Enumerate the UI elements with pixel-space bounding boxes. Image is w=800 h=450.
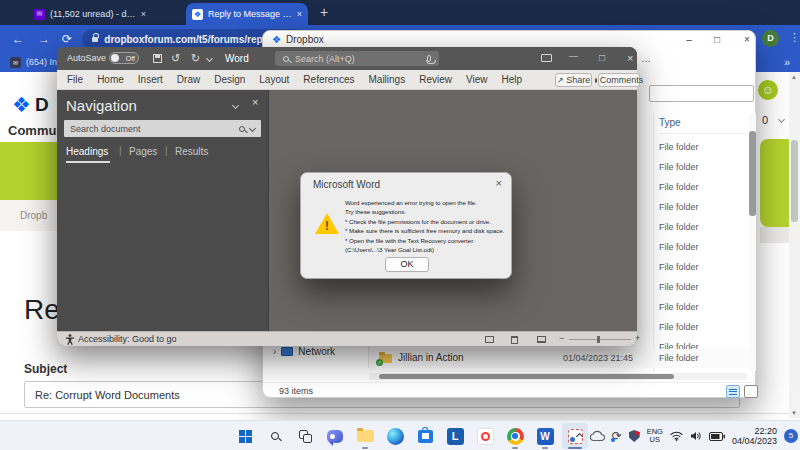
zoom-slider[interactable] — [569, 339, 631, 340]
profile-avatar[interactable]: D — [762, 30, 779, 47]
browser-tab-dropbox-active[interactable]: ❖ Reply to Message - Dropbox Con × — [186, 3, 308, 25]
tab-references[interactable]: References — [303, 74, 354, 85]
table-row[interactable]: File folder — [659, 297, 745, 317]
scrollbar-thumb[interactable] — [791, 140, 798, 222]
explorer-maximize-button[interactable]: □ — [704, 33, 730, 48]
word-minimize-button[interactable]: — — [569, 51, 578, 61]
reload-icon[interactable]: ⟳ — [62, 32, 72, 46]
scrollbar-thumb[interactable] — [749, 131, 756, 216]
tab-design[interactable]: Design — [214, 74, 245, 85]
sync-icon[interactable]: ⟳ — [612, 430, 622, 442]
scroll-up-icon[interactable]: ▲ — [791, 74, 797, 80]
start-button[interactable] — [232, 423, 258, 449]
table-row[interactable]: File folder — [659, 237, 745, 257]
nav-search-box[interactable]: Search document — [64, 120, 261, 137]
zoom-in-button[interactable]: + — [635, 333, 640, 343]
tab-close-icon[interactable]: × — [141, 9, 146, 19]
quick-access-chevron-icon[interactable] — [206, 55, 213, 62]
table-row[interactable]: File folder — [659, 177, 745, 197]
bookmarks-overflow-icon[interactable]: » — [784, 56, 790, 68]
tab-home[interactable]: Home — [97, 74, 124, 85]
table-row[interactable]: File folder — [659, 137, 745, 157]
save-icon[interactable] — [153, 54, 162, 63]
taskbar-word-button[interactable]: W — [532, 423, 558, 449]
page-scrollbar[interactable]: ▲ ▼ — [789, 72, 800, 418]
community-nav-label[interactable]: Commun — [8, 123, 64, 138]
nav-tab-results[interactable]: Results — [175, 146, 208, 157]
redo-icon[interactable]: ↻ — [191, 52, 200, 65]
forward-icon[interactable]: → — [38, 32, 50, 46]
security-shield-icon[interactable] — [629, 430, 640, 442]
scrollbar-thumb[interactable] — [379, 374, 674, 379]
tab-view[interactable]: View — [466, 74, 488, 85]
list-view-toggle[interactable] — [726, 385, 740, 398]
explorer-v-scrollbar[interactable] — [749, 113, 756, 371]
scroll-down-icon[interactable]: ▼ — [791, 410, 797, 416]
nav-tab-headings[interactable]: Headings — [66, 146, 108, 157]
browser-tab-yahoo[interactable]: ✉ (11,502 unread) - dbanfro@yaho × — [28, 3, 152, 25]
taskbar-edge-button[interactable] — [382, 423, 408, 449]
table-row[interactable]: File folder — [659, 217, 745, 237]
explorer-h-scrollbar[interactable] — [369, 373, 747, 380]
table-row[interactable]: File folder — [659, 197, 745, 217]
browser-menu-icon[interactable]: ⋮ — [789, 31, 800, 44]
column-header-type[interactable]: Type — [659, 117, 681, 128]
taskbar-app-o-button[interactable] — [472, 423, 498, 449]
taskbar-app-l-button[interactable]: L — [442, 423, 468, 449]
ok-button[interactable]: OK — [385, 257, 429, 272]
tab-file[interactable]: File — [67, 74, 83, 85]
word-search-box[interactable]: Search (Alt+Q) — [275, 51, 439, 66]
share-button[interactable]: ↗ Share — [555, 73, 592, 87]
table-row[interactable]: File folder — [659, 277, 745, 297]
new-tab-button[interactable]: + — [320, 4, 328, 20]
vote-chevron-icon[interactable] — [778, 116, 785, 123]
back-icon[interactable]: ← — [12, 32, 24, 46]
undo-icon[interactable]: ↺ — [171, 52, 180, 65]
nav-pane-options-chevron-icon[interactable] — [232, 102, 239, 109]
comments-button[interactable]: Comments — [598, 73, 640, 87]
taskbar-explorer-button[interactable] — [352, 423, 378, 449]
wifi-icon[interactable] — [670, 431, 683, 441]
onedrive-cloud-icon[interactable] — [589, 430, 605, 442]
tab-review[interactable]: Review — [419, 74, 452, 85]
zoom-slider-handle[interactable] — [597, 336, 600, 343]
chat-button[interactable] — [322, 423, 348, 449]
language-indicator[interactable]: ENG US — [647, 428, 663, 444]
feedback-smiley-icon[interactable]: ☺ — [758, 80, 778, 100]
nav-tab-pages[interactable]: Pages — [129, 146, 157, 157]
breadcrumb-ellipsis[interactable]: … — [641, 53, 651, 64]
zoom-out-button[interactable]: − — [559, 333, 564, 343]
tab-insert[interactable]: Insert — [138, 74, 163, 85]
accessibility-status[interactable]: Accessibility: Good to go — [78, 334, 177, 344]
word-close-button[interactable]: × — [627, 52, 633, 64]
web-layout-icon[interactable] — [537, 336, 546, 343]
tab-layout[interactable]: Layout — [259, 74, 289, 85]
clock[interactable]: 22:20 04/04/2023 — [732, 426, 777, 446]
table-row[interactable]: File folder — [659, 157, 745, 177]
table-row[interactable]: File folder — [659, 317, 745, 337]
explorer-minimize-button[interactable]: – — [676, 33, 702, 48]
read-mode-icon[interactable] — [485, 336, 494, 343]
tab-help[interactable]: Help — [501, 74, 522, 85]
taskbar-store-button[interactable] — [412, 423, 438, 449]
explorer-close-button[interactable]: × — [734, 33, 760, 48]
search-options-chevron-icon[interactable] — [249, 125, 256, 132]
tray-overflow-chevron-icon[interactable] — [576, 432, 583, 439]
battery-icon[interactable] — [709, 432, 725, 441]
sidebar-item-network[interactable]: › Network — [273, 346, 335, 357]
taskbar-search-button[interactable] — [262, 423, 288, 449]
details-view-toggle[interactable] — [744, 385, 758, 398]
table-row[interactable]: File folder — [659, 257, 745, 277]
word-maximize-button[interactable]: □ — [599, 52, 605, 63]
task-view-button[interactable] — [292, 423, 318, 449]
volume-icon[interactable] — [690, 431, 702, 441]
table-row[interactable]: ✓ Jillian in Action 01/04/2023 21:45 Fil… — [369, 349, 749, 368]
breadcrumb[interactable]: Dropb — [20, 210, 47, 221]
ribbon-display-options-icon[interactable] — [541, 54, 552, 62]
print-layout-icon[interactable] — [511, 336, 518, 344]
dialog-close-icon[interactable]: × — [496, 177, 502, 189]
nav-pane-close-icon[interactable]: × — [252, 96, 258, 108]
notification-badge[interactable]: 5 — [784, 429, 798, 443]
tab-close-icon[interactable]: × — [297, 9, 302, 19]
autosave-toggle[interactable]: Off — [109, 52, 139, 64]
